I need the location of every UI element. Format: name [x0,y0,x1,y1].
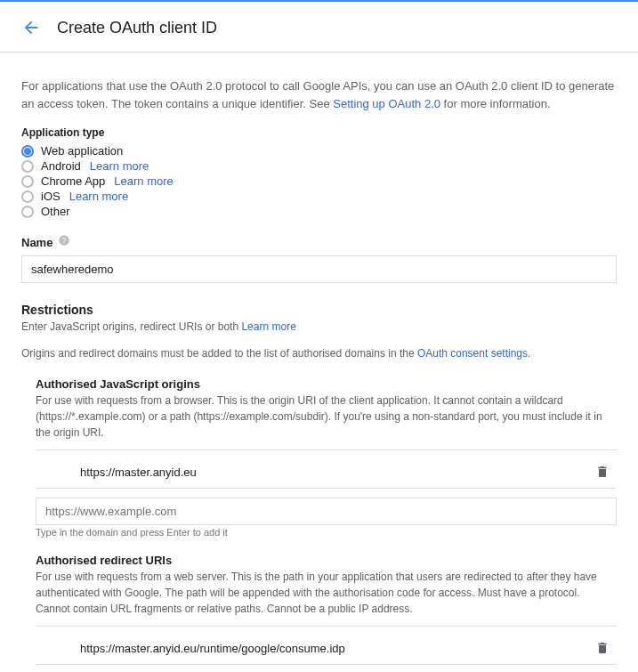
radio-icon[interactable] [21,175,34,188]
radio-icon[interactable] [21,190,34,203]
redirect-uris-title: Authorised redirect URIs [36,554,617,567]
js-origin-input[interactable] [36,498,617,525]
page-title: Create OAuth client ID [57,19,217,37]
oauth-consent-link[interactable]: OAuth consent settings [417,347,528,360]
redirect-uris-block: Authorised redirect URIs For use with re… [36,554,617,672]
redirect-uris-desc: For use with requests from a web server.… [36,569,617,617]
js-origins-block: Authorised JavaScript origins For use wi… [36,377,617,538]
radio-ios[interactable]: iOS Learn more [21,190,617,203]
learn-more-link[interactable]: Learn more [90,159,149,173]
name-input[interactable] [21,255,617,283]
radio-web-application[interactable]: Web application [21,144,617,158]
name-label: Name [21,236,52,249]
intro-text: For applications that use the OAuth 2.0 … [21,77,617,112]
back-arrow-icon[interactable] [21,18,41,37]
radio-icon[interactable] [21,206,34,218]
js-origin-entry: https://master.anyid.eu [36,456,617,489]
app-type-label: Application type [21,126,617,139]
radio-icon[interactable] [21,160,34,173]
js-origins-desc: For use with requests from a browser. Th… [36,393,617,441]
js-origin-value: https://master.anyid.eu [80,466,197,479]
js-origin-hint: Type in the domain and press Enter to ad… [36,527,617,538]
radio-icon[interactable] [21,145,34,158]
svg-text:?: ? [62,237,67,245]
help-icon[interactable]: ? [58,234,70,250]
delete-icon[interactable] [595,465,610,479]
restrictions-subtitle: Enter JavaScript origins, redirect URIs … [21,319,617,335]
delete-icon[interactable] [595,641,610,655]
app-type-radio-group: Web application Android Learn more Chrom… [21,144,617,218]
learn-more-link[interactable]: Learn more [114,174,173,188]
radio-chrome-app[interactable]: Chrome App Learn more [21,174,617,188]
redirect-uri-value: https://master.anyid.eu/runtime/google/c… [80,642,345,655]
radio-android[interactable]: Android Learn more [21,159,617,173]
js-origins-title: Authorised JavaScript origins [36,377,617,391]
setup-oauth-link[interactable]: Setting up OAuth 2.0 [333,97,440,110]
consent-note: Origins and redirect domains must be add… [21,345,617,361]
restrictions-title: Restrictions [21,303,617,317]
learn-more-link[interactable]: Learn more [69,190,128,203]
radio-other[interactable]: Other [21,205,617,218]
redirect-uri-entry: https://master.anyid.eu/runtime/google/c… [36,632,617,665]
learn-more-link[interactable]: Learn more [241,320,295,333]
